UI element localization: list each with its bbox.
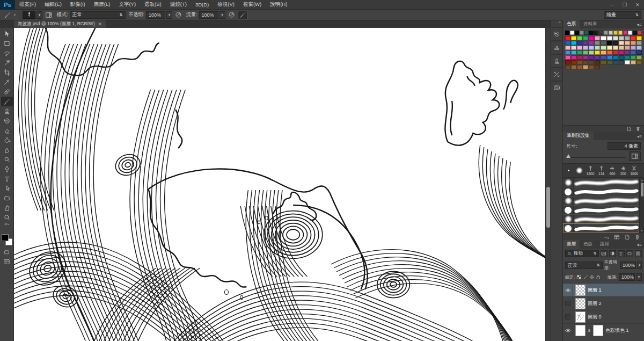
swatch[interactable]: [607, 55, 612, 60]
brush-preset[interactable]: 1800: [585, 165, 596, 176]
collapse-dock-icon[interactable]: «: [559, 20, 562, 27]
swatch[interactable]: [631, 60, 636, 64]
new-brush-icon[interactable]: [624, 234, 630, 240]
canvas-vertical-scrollbar[interactable]: [545, 28, 551, 341]
swatch[interactable]: [636, 46, 642, 50]
swatch[interactable]: [571, 65, 576, 69]
workspace-select[interactable]: 繪畫⇅: [604, 11, 641, 19]
brush-stroke-row[interactable]: [563, 178, 639, 187]
opacity-dropdown-icon[interactable]: ▾: [166, 11, 172, 19]
swatch[interactable]: [583, 65, 588, 69]
swatch[interactable]: [613, 50, 618, 55]
menu-item-5[interactable]: 選取(S): [140, 0, 166, 10]
layer-blend-mode-select[interactable]: 正常⇅: [565, 262, 603, 269]
swatch[interactable]: [601, 46, 606, 50]
filter-smart-object-icon[interactable]: [635, 250, 642, 257]
hand-tool[interactable]: [1, 203, 13, 213]
healing-brush-tool[interactable]: [1, 87, 13, 97]
swatch[interactable]: [577, 36, 582, 40]
brush-preset[interactable]: [574, 167, 584, 175]
pen-tool[interactable]: [1, 164, 13, 174]
swatch[interactable]: [595, 50, 600, 55]
swatch[interactable]: [613, 60, 618, 64]
brush-preset[interactable]: 1000: [629, 165, 640, 176]
brush-stroke-row[interactable]: [563, 196, 639, 205]
panel-menu-icon[interactable]: ▾≡: [635, 243, 644, 249]
brush-preset[interactable]: 134: [596, 165, 606, 176]
swatch[interactable]: [584, 31, 589, 35]
swatch[interactable]: [589, 36, 594, 40]
history-brush-tool[interactable]: [1, 116, 13, 126]
clone-stamp-tool[interactable]: [1, 106, 13, 116]
swatch[interactable]: [583, 50, 588, 55]
swatch[interactable]: [625, 60, 630, 64]
menu-item-2[interactable]: 影像(I): [66, 0, 90, 10]
toggle-brush-panel-icon[interactable]: [629, 151, 641, 161]
swatch[interactable]: [583, 41, 588, 45]
swatch[interactable]: [583, 60, 588, 64]
layer-opacity-dropdown-icon[interactable]: ▾: [637, 262, 642, 269]
panel-menu-icon[interactable]: ▾≡: [635, 23, 644, 28]
quick-selection-tool[interactable]: [1, 58, 13, 68]
smudge-tool[interactable]: [1, 145, 13, 155]
swatch[interactable]: [565, 55, 570, 60]
layer-opacity-value[interactable]: 100%: [620, 262, 636, 269]
swatch[interactable]: [575, 31, 579, 35]
swatch[interactable]: [636, 55, 642, 60]
menu-item-0[interactable]: 檔案(F): [15, 0, 40, 10]
tab-channels[interactable]: 色版: [580, 240, 596, 249]
eraser-tool[interactable]: [1, 126, 13, 135]
swatch[interactable]: [577, 46, 582, 50]
swatch[interactable]: [607, 36, 612, 40]
swatch[interactable]: [595, 55, 600, 60]
delete-brush-icon[interactable]: [634, 234, 640, 240]
swatch[interactable]: [623, 31, 627, 35]
clone-source-panel-icon[interactable]: [551, 54, 563, 67]
visibility-toggle[interactable]: [563, 284, 573, 296]
tab-paths[interactable]: 路徑: [596, 240, 613, 249]
swatch[interactable]: [589, 50, 594, 55]
swatch[interactable]: [571, 60, 576, 64]
swatch[interactable]: [589, 55, 594, 60]
swatch[interactable]: [619, 46, 624, 50]
swatch[interactable]: [638, 31, 642, 35]
swatch[interactable]: [577, 41, 582, 45]
swatch[interactable]: [565, 60, 570, 64]
menu-item-7[interactable]: 3D(D): [191, 0, 213, 10]
swatch[interactable]: [571, 41, 576, 45]
tool-preset-dropdown-icon[interactable]: ▾: [14, 13, 16, 17]
brush-stroke-row[interactable]: [563, 187, 639, 196]
swatch[interactable]: [565, 65, 570, 69]
swatch[interactable]: [631, 36, 636, 40]
visibility-toggle[interactable]: [563, 310, 573, 323]
swatch[interactable]: [601, 55, 606, 60]
swatch[interactable]: [594, 31, 598, 35]
swatch[interactable]: [607, 50, 612, 55]
swatch[interactable]: [613, 55, 618, 60]
swatch[interactable]: [625, 41, 630, 45]
lock-position-icon[interactable]: [589, 274, 595, 280]
swatch[interactable]: [601, 60, 606, 64]
restore-button[interactable]: ❐: [618, 1, 631, 9]
brush-size-slider[interactable]: [566, 154, 626, 159]
brush-size-value[interactable]: 4 像素: [608, 142, 641, 150]
eyedropper-tool[interactable]: [1, 77, 13, 87]
layer-row[interactable]: 圖層 1: [563, 284, 644, 297]
swatch[interactable]: [570, 31, 574, 35]
swatch[interactable]: [601, 50, 606, 55]
swatch[interactable]: [613, 31, 618, 35]
open-preset-manager-icon[interactable]: [614, 234, 620, 240]
flow-value[interactable]: 100%: [199, 11, 218, 19]
layer-thumbnail[interactable]: [575, 298, 586, 309]
swatch[interactable]: [619, 55, 624, 60]
visibility-toggle[interactable]: [563, 297, 573, 310]
swatch[interactable]: [619, 50, 624, 55]
layer-mask-thumbnail[interactable]: [593, 325, 603, 336]
current-tool-icon[interactable]: [3, 11, 12, 19]
swatch[interactable]: [625, 46, 630, 50]
swatch[interactable]: [631, 41, 636, 45]
swatch[interactable]: [583, 36, 588, 40]
brush-stroke-row[interactable]: [563, 214, 639, 223]
swatch[interactable]: [583, 55, 588, 60]
lock-transparent-icon[interactable]: [576, 274, 582, 280]
